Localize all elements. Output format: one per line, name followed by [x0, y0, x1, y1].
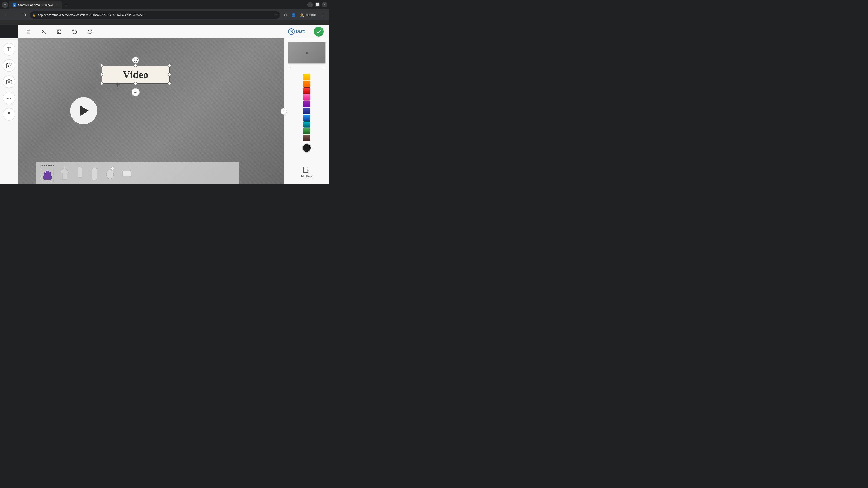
- stamp-bar: ✦: [36, 162, 239, 184]
- resize-handle-top-right[interactable]: [168, 64, 171, 67]
- color-orange[interactable]: [303, 80, 310, 87]
- more-tools-button[interactable]: ···: [3, 92, 16, 104]
- stamp-bottle[interactable]: [90, 166, 99, 180]
- forward-button[interactable]: →: [12, 11, 19, 19]
- resize-handle-bot-right[interactable]: [168, 82, 171, 85]
- page-thumb-dot: [306, 52, 308, 54]
- sparkle-stamp-icon: ✦: [104, 166, 116, 180]
- sidebar-expand-arrow[interactable]: ›: [281, 108, 287, 115]
- page-thumb-inner: [288, 42, 326, 63]
- left-sidebar: T ··· ": [0, 38, 18, 184]
- svg-marker-14: [60, 167, 69, 180]
- draft-button[interactable]: Draft: [288, 29, 305, 35]
- stamp-selection-border: [41, 165, 54, 181]
- stamp-hand[interactable]: [41, 165, 54, 181]
- more-tools-icon: ···: [7, 96, 11, 101]
- color-red[interactable]: [303, 88, 310, 94]
- pen-tool-button[interactable]: [3, 59, 16, 72]
- stamp-eraser[interactable]: [121, 166, 133, 180]
- stamp-sparkle[interactable]: ✦: [104, 166, 116, 180]
- video-text-element[interactable]: Video •••: [102, 66, 169, 84]
- submit-button[interactable]: [314, 27, 324, 37]
- quote-icon: ": [7, 111, 10, 118]
- tab-close-button[interactable]: ×: [55, 3, 58, 6]
- lock-icon: 🔒: [33, 13, 36, 17]
- resize-handle-mid-right[interactable]: [168, 73, 171, 76]
- color-pink[interactable]: [303, 94, 310, 101]
- stamp-arrow[interactable]: [59, 166, 70, 180]
- browser-chrome: ▾ S Creative Canvas - Seesaw × + — ⬜ × ←…: [0, 0, 329, 25]
- nav-actions: ⬡ 👤 🕵 Incognito ⋮: [282, 11, 327, 19]
- resize-handle-mid-left[interactable]: [100, 73, 103, 76]
- right-sidebar: › 1 ···: [284, 38, 329, 184]
- selected-color-swatch[interactable]: [302, 143, 311, 153]
- svg-marker-5: [8, 63, 11, 66]
- rotate-handle[interactable]: [132, 57, 139, 64]
- resize-handle-top-left[interactable]: [100, 64, 103, 67]
- incognito-icon: 🕵: [300, 13, 305, 17]
- color-cyan[interactable]: [303, 121, 310, 128]
- text-tool-button[interactable]: T: [3, 43, 16, 56]
- redo-button[interactable]: [85, 27, 95, 37]
- svg-rect-17: [93, 166, 96, 168]
- window-maximize[interactable]: ⬜: [315, 2, 320, 7]
- element-more-options[interactable]: •••: [131, 88, 140, 96]
- tab-favicon: S: [13, 3, 16, 6]
- text-tool-icon: T: [7, 46, 11, 53]
- window-close[interactable]: ×: [322, 2, 327, 7]
- svg-point-18: [106, 170, 114, 179]
- play-button[interactable]: [70, 97, 97, 124]
- pen-icon: [6, 63, 12, 68]
- undo-button[interactable]: [70, 27, 80, 37]
- address-bar[interactable]: 🔒 app.seesaw.me/#/item/new/class/class.e…: [30, 11, 280, 19]
- svg-line-3: [45, 33, 46, 33]
- add-page-button[interactable]: Add Page: [284, 164, 329, 180]
- resize-handle-top-mid[interactable]: [134, 64, 137, 67]
- resize-handle-bot-mid[interactable]: [134, 82, 137, 85]
- page-more-button[interactable]: ···: [322, 65, 325, 69]
- page-thumbnail[interactable]: [287, 42, 326, 64]
- window-minimize[interactable]: —: [307, 2, 313, 7]
- new-tab-button[interactable]: +: [63, 2, 69, 8]
- profile-button[interactable]: 👤: [290, 11, 297, 19]
- svg-point-6: [8, 81, 10, 83]
- extensions-button[interactable]: ⬡: [282, 11, 289, 19]
- app-container: Draft T ··· ": [0, 25, 329, 184]
- selection-box: Video: [102, 66, 169, 84]
- eraser-stamp-icon: [121, 166, 133, 180]
- tab-switcher[interactable]: ▾: [2, 2, 8, 8]
- delete-button[interactable]: [24, 27, 33, 37]
- page-number: 1: [288, 65, 290, 69]
- color-green[interactable]: [303, 128, 310, 134]
- move-handle[interactable]: [115, 83, 120, 88]
- add-page-label: Add Page: [301, 175, 313, 178]
- tab-bar: ▾ S Creative Canvas - Seesaw × + — ⬜ ×: [0, 0, 329, 9]
- svg-text:✦: ✦: [112, 168, 114, 170]
- play-triangle-icon: [81, 106, 89, 116]
- color-brown[interactable]: [303, 135, 310, 141]
- color-yellow[interactable]: [303, 74, 310, 80]
- top-action-bar: Draft: [18, 25, 329, 38]
- zoom-in-button[interactable]: [39, 27, 49, 37]
- color-purple[interactable]: [303, 101, 310, 107]
- play-button-container: [70, 97, 97, 124]
- svg-rect-22: [123, 176, 131, 177]
- incognito-label: Incognito: [305, 13, 316, 17]
- canvas-area[interactable]: Video •••: [18, 38, 284, 184]
- color-blue[interactable]: [303, 115, 310, 121]
- bookmark-icon[interactable]: ☆: [274, 13, 277, 17]
- cone-stamp-icon: [75, 166, 85, 180]
- quote-tool-button[interactable]: ": [3, 108, 16, 121]
- camera-tool-button[interactable]: [3, 75, 16, 88]
- refresh-button[interactable]: ↻: [21, 11, 28, 19]
- resize-handle-bot-left[interactable]: [100, 82, 103, 85]
- incognito-badge: 🕵 Incognito: [298, 12, 318, 18]
- color-indigo[interactable]: [303, 108, 310, 114]
- back-button[interactable]: ←: [3, 11, 10, 19]
- color-palette: [302, 74, 311, 153]
- browser-menu-button[interactable]: ⋮: [319, 11, 327, 19]
- stamp-cone[interactable]: [75, 166, 85, 180]
- fit-button[interactable]: [54, 27, 64, 37]
- active-tab[interactable]: S Creative Canvas - Seesaw ×: [9, 1, 62, 9]
- draft-label: Draft: [296, 29, 305, 34]
